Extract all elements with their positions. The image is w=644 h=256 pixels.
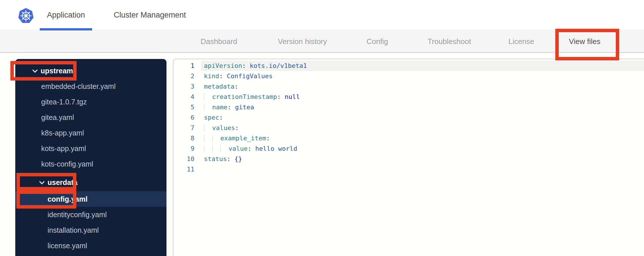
code-line: 3 metadata: — [173, 81, 644, 92]
line-number: 10 — [173, 154, 194, 164]
code-line: 2 kind: ConfigValues — [173, 71, 644, 81]
app-subnav: Dashboard Version history Config Trouble… — [0, 31, 644, 53]
line-number: 8 — [173, 133, 194, 144]
tree-folder-userdata[interactable]: userdata — [15, 175, 166, 190]
folder-label: userdata — [48, 178, 77, 187]
tab-config[interactable]: Config — [366, 31, 388, 52]
line-number: 7 — [173, 123, 194, 133]
tree-file-license[interactable]: license.yaml — [15, 238, 166, 253]
tab-license[interactable]: License — [508, 31, 534, 52]
line-number: 4 — [173, 92, 194, 102]
line-number: 2 — [173, 71, 194, 81]
line-number: 1 — [173, 61, 194, 71]
tree-file-kots-config[interactable]: kots-config.yaml — [15, 156, 166, 172]
tree-file-installation[interactable]: installation.yaml — [15, 222, 166, 238]
line-number: 9 — [173, 144, 194, 154]
code-line: 7 values: — [173, 123, 644, 133]
code-line: 11 — [173, 164, 644, 175]
tab-troubleshoot[interactable]: Troubleshoot — [428, 31, 471, 52]
tab-dashboard[interactable]: Dashboard — [200, 31, 237, 52]
chevron-down-icon — [39, 179, 44, 184]
tab-cluster-management[interactable]: Cluster Management — [114, 0, 186, 30]
tree-folder-upstream[interactable]: upstream — [15, 63, 166, 79]
tab-application[interactable]: Application — [47, 0, 85, 30]
code-line: 1 apiVersion: kots.io/v1beta1 — [173, 61, 644, 71]
yaml-file-viewer[interactable]: 1 apiVersion: kots.io/v1beta1 2 kind: Co… — [173, 59, 644, 256]
tree-file-gitea-tgz[interactable]: gitea-1.0.7.tgz — [15, 94, 166, 110]
code-line: 4 creationTimestamp: null — [173, 92, 644, 102]
tree-file-identityconfig[interactable]: identityconfig.yaml — [15, 207, 166, 222]
tree-file-gitea-yaml[interactable]: gitea.yaml — [15, 110, 166, 125]
tree-file-k8s-app[interactable]: k8s-app.yaml — [15, 125, 166, 141]
tab-view-files[interactable]: View files — [569, 31, 600, 52]
tree-file-embedded-cluster[interactable]: embedded-cluster.yaml — [15, 79, 166, 94]
code-line: 5 name: gitea — [173, 102, 644, 112]
top-navbar: Application Cluster Management — [0, 0, 644, 30]
code-line: 6 spec: — [173, 112, 644, 123]
active-tab-underline — [40, 28, 92, 30]
chevron-down-icon — [32, 67, 37, 72]
code-line: 9 value: hello world — [173, 144, 644, 154]
line-number: 3 — [173, 81, 194, 92]
file-tree-sidebar: upstream embedded-cluster.yaml gitea-1.0… — [15, 59, 166, 256]
kubernetes-logo-icon — [18, 7, 34, 24]
folder-label: upstream — [41, 67, 73, 75]
line-number: 6 — [173, 112, 194, 123]
tree-file-config-yaml-selected[interactable]: config.yaml — [15, 191, 166, 207]
line-number: 11 — [173, 164, 194, 175]
tab-version-history[interactable]: Version history — [278, 31, 327, 52]
code-line: 10 status: {} — [173, 154, 644, 164]
tree-file-kots-app[interactable]: kots-app.yaml — [15, 141, 166, 156]
line-number: 5 — [173, 102, 194, 112]
code-line: 8 example_item: — [173, 133, 644, 144]
